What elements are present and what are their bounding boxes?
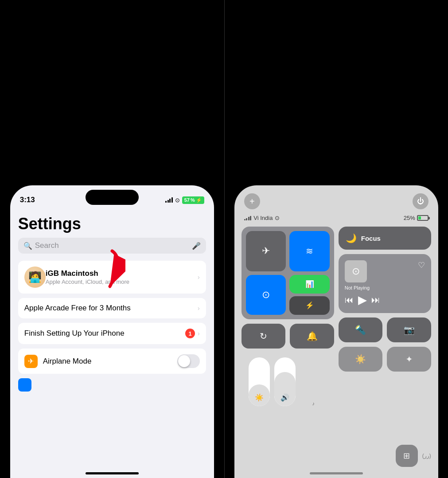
control-center-grid: ✈ ≋ ⊙ 📊 ⚡ [234,227,438,441]
mic-icon[interactable]: 🎤 [192,242,201,250]
playback-controls: ⏮ ▶ ⏭ [345,293,425,307]
battery-percent-sign: % [191,197,195,203]
cc-footer-row: ⊞ (رر) [234,441,438,469]
airplane-mode-item[interactable]: ✈ Airplane Mode [18,349,206,374]
airplane-toggle[interactable] [177,354,200,368]
rotation-lock-icon: ↻ [260,331,267,341]
airplane-icon: ✈ [24,355,38,368]
now-playing-tile[interactable]: ⊙ ♡ Not Playing ⏮ ▶ ⏭ [339,254,431,313]
cc-right-column: 🌙 Focus ⊙ ♡ Not Playing ⏮ ▶ ⏭ [339,227,431,441]
bar3 [169,199,171,203]
battery-level: 57 [184,197,190,203]
wifi-button[interactable]: ⊙ [246,275,286,315]
wifi-icon: ⊙ [175,197,180,204]
battery-tip [429,217,430,219]
moon-icon: 🌙 [346,233,357,243]
cc-extra-icons: ♪ [300,357,327,406]
home-indicator-right[interactable] [310,472,363,474]
cc-header: + ⏻ [234,185,438,215]
rotation-mute-row: ↻ 🔔 [242,324,334,349]
bar1 [165,201,167,203]
bottom-extra-row: ☀️ ✦ [339,347,431,372]
airplane-mode-button[interactable]: ✈ [246,231,286,271]
chevron-icon: › [198,274,200,281]
badge-count: 1 [188,330,191,337]
plus-icon: + [249,196,255,207]
previous-button[interactable]: ⏮ [345,295,354,305]
bar2 [246,218,247,220]
bar2 [168,200,169,203]
carrier-name: Vi India [253,215,273,221]
extra-button-2[interactable]: ✦ [387,347,431,372]
volume-slider[interactable]: 🔊 [274,357,296,406]
next-button[interactable]: ⏭ [371,295,380,305]
cc-battery-percent: 25% [404,215,415,221]
airplane-mode-label: Airplane Mode [43,357,177,366]
apple-arcade-item[interactable]: Apple Arcade Free for 3 Months › [18,298,206,318]
cellular-icon: 📊 [305,280,314,288]
torch-button[interactable]: 🔦 [339,317,383,342]
qr-code-button[interactable]: ⊞ [396,445,418,467]
music-note-icon: ♪ [300,401,327,406]
now-playing-label: Not Playing [345,285,425,290]
finish-setup-item[interactable]: Finish Setting Up Your iPhone 1 › [18,323,206,344]
cellular-bluetooth-col: 📊 ⚡ [289,275,330,315]
cc-left-column: ✈ ≋ ⊙ 📊 ⚡ [242,227,334,441]
bar4 [250,216,251,220]
carrier-info: Vi India ⊙ [244,215,280,221]
cc-signal-icon [244,216,252,220]
cellular-button[interactable]: 📊 [289,275,330,294]
heart-icon[interactable]: ♡ [418,260,425,270]
sun-icon: ☀️ [355,354,366,364]
sliders-area: ☀️ 🔊 ♪ [242,357,334,406]
cc-wifi-icon: ⊙ [275,215,280,221]
airdrop-icon: ≋ [306,246,313,256]
brightness-slider[interactable]: ☀️ [249,357,270,406]
toggle-knob [178,355,190,367]
bluetooth-icon: ⚡ [305,301,314,310]
wifi-cc-icon: ⊙ [262,289,270,301]
torch-camera-row: 🔦 📷 [339,317,431,342]
brightness-icon: ☀️ [255,393,264,402]
volume-icon: 🔊 [280,393,289,402]
airplay-icon: ⊙ [352,266,360,277]
chevron-icon: › [198,330,200,337]
notification-badge: 1 [185,329,195,338]
page-title: Settings [18,215,206,233]
home-indicator[interactable] [86,472,139,474]
power-icon: ⏻ [417,197,424,205]
airplane-cc-icon: ✈ [262,245,270,257]
cellular-text: (رر) [422,453,431,459]
play-pause-button[interactable]: ▶ [358,293,367,307]
bar3 [248,217,249,220]
extra-button-1[interactable]: ☀️ [339,347,383,372]
camera-icon: 📷 [404,325,415,335]
signal-icon [165,197,173,203]
right-panel: + ⏻ Vi India ⊙ 25% [225,0,448,478]
charging-icon: ⚡ [196,197,202,203]
cc-battery: 25% [404,215,429,221]
search-icon: 🔍 [23,242,32,250]
bluetooth-button[interactable]: ⚡ [289,296,330,315]
now-playing-header: ⊙ ♡ [345,260,425,285]
camera-button[interactable]: 📷 [387,317,431,342]
power-button[interactable]: ⏻ [413,193,429,209]
focus-button[interactable]: 🌙 Focus [339,227,431,250]
rotation-lock-button[interactable]: ↻ [242,324,286,349]
bar4 [171,197,173,203]
airdrop-button[interactable]: ≋ [289,231,330,271]
add-button[interactable]: + [244,193,260,209]
phone-left: 3:13 ⊙ 57 % ⚡ [10,185,214,478]
connectivity-tile[interactable]: ✈ ≋ ⊙ 📊 ⚡ [242,227,334,319]
status-icons: ⊙ 57 % ⚡ [165,196,204,204]
star-icon: ✦ [405,354,413,364]
bar1 [244,219,245,220]
apple-arcade-label: Apple Arcade Free for 3 Months [24,304,198,313]
battery-fill-green [418,216,421,219]
silent-mode-button[interactable]: 🔔 [290,324,334,349]
focus-label: Focus [361,235,381,242]
qr-icon: ⊞ [403,451,410,461]
torch-icon: 🔦 [355,325,366,335]
cc-battery-icon [417,215,429,221]
dynamic-island [86,190,139,205]
